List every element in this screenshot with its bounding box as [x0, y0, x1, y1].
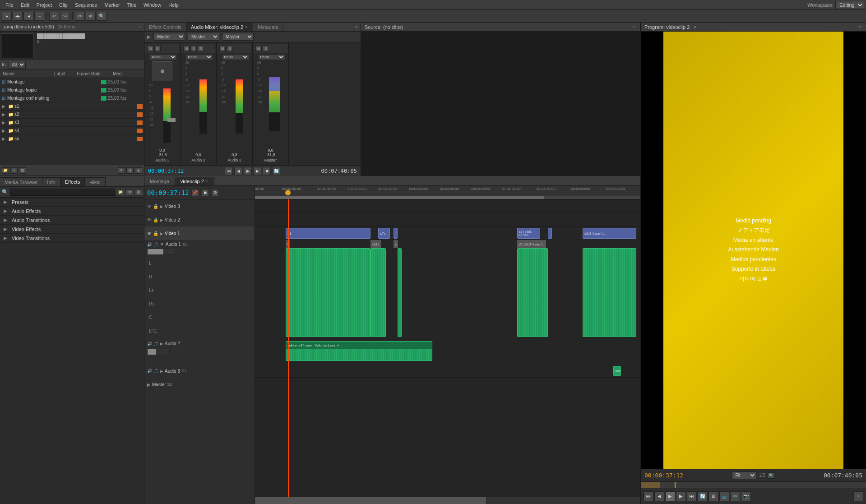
project-item-s4[interactable]: ▶ 📁 s4 — [0, 127, 144, 135]
tab-media-browser[interactable]: Media Browser — [0, 177, 42, 186]
project-delete[interactable]: 🗑 — [19, 167, 26, 174]
project-new-item[interactable]: + — [10, 167, 18, 174]
audio-icon-a3[interactable]: 🔊 — [147, 369, 152, 373]
mixer-select-2[interactable]: Master — [188, 33, 219, 41]
mute-btn-master[interactable]: M — [255, 46, 262, 52]
read-select-ch2[interactable]: Read — [186, 54, 213, 60]
toolbar-btn-7[interactable]: ✂ — [75, 12, 85, 21]
project-icon-view[interactable]: ⊞ — [126, 167, 134, 174]
prog-btn-step-back[interactable]: ◀ — [654, 491, 664, 501]
expand-btn-a3[interactable]: ▶ — [160, 369, 163, 374]
project-search-select[interactable]: All — [9, 61, 26, 69]
mute-btn-ch3[interactable]: M — [219, 46, 226, 52]
program-collapse-icon[interactable]: ▼ — [858, 24, 862, 29]
audio-track-icon-a1[interactable]: 🎵 — [153, 242, 158, 247]
expand-btn-v3[interactable]: ▶ — [160, 204, 163, 209]
prog-btn-safe-margins[interactable]: ⊞ — [709, 491, 718, 501]
effects-save-preset[interactable]: ★ — [126, 189, 133, 195]
video-clip-small1[interactable] — [394, 228, 398, 239]
btn-markers[interactable]: ⏺ — [202, 189, 209, 196]
read-btn-ch2[interactable]: R — [198, 46, 204, 52]
eye-icon-v1[interactable]: 👁 — [147, 231, 152, 236]
lock-icon-v3[interactable]: 🔒 — [153, 204, 158, 209]
audio-track-icon-a2[interactable]: 🎵 — [153, 342, 158, 346]
project-item-s3[interactable]: ▶ 📁 s3 — [0, 119, 144, 127]
scrub-playhead[interactable] — [675, 482, 676, 488]
project-item-s2[interactable]: ▶ 📁 s2 — [0, 111, 144, 119]
prog-btn-mark-in[interactable]: ⏮ — [644, 491, 653, 501]
prog-btn-export-frame[interactable]: 📷 — [741, 491, 751, 501]
menu-edit[interactable]: Edit — [17, 1, 33, 9]
tab-histc[interactable]: Histc — [85, 177, 105, 186]
read-select-ch1[interactable]: Read — [150, 54, 177, 60]
audio1-waveform-3[interactable] — [398, 248, 402, 337]
program-fit-select[interactable]: Fit 25% 50% 100% — [732, 472, 756, 479]
project-item-s1[interactable]: ▶ 📁 s1 — [0, 102, 144, 111]
lock-icon-v1[interactable]: 🔒 — [153, 231, 158, 236]
toolbar-btn-9[interactable]: 🔍 — [97, 12, 107, 21]
toolbar-btn-3[interactable]: ◂ — [23, 12, 33, 21]
tab-effects[interactable]: Effects — [60, 177, 85, 186]
audio-icon-a1[interactable]: 🔊 — [147, 242, 152, 247]
col-media[interactable]: Med — [113, 71, 131, 76]
audio3-clip-s6d[interactable]: s6d — [613, 366, 621, 376]
project-new-bin[interactable]: 📁 — [2, 167, 9, 174]
video-clip-s7c[interactable]: s7c — [378, 228, 390, 239]
timeline-timecode-display[interactable]: 00:00:37:12 — [147, 189, 189, 196]
video-clip-small2[interactable] — [548, 228, 552, 239]
eye-icon-v3[interactable]: 👁 — [147, 204, 152, 209]
audio1-waveform-2[interactable] — [370, 248, 386, 337]
toolbar-btn-2[interactable]: ◂▸ — [13, 12, 23, 21]
menu-help[interactable]: Help — [165, 1, 182, 9]
ruler-scrollbar-thumb[interactable] — [255, 196, 544, 199]
panel-menu-icon[interactable]: ▼ — [354, 24, 359, 29]
timeline-panel-menu-icon[interactable]: ≡ — [636, 180, 639, 185]
audio1-waveform-4[interactable] — [517, 248, 548, 337]
mixer-select-1[interactable]: Master — [153, 33, 185, 41]
program-tc-current[interactable]: 00:00:37:12 — [644, 472, 683, 479]
project-item-montage-omf[interactable]: ⊞ Montage omf making 25,00 fps — [0, 94, 144, 102]
eye-icon-v2[interactable]: 👁 — [147, 217, 152, 222]
expand-btn-v1[interactable]: ▶ — [160, 231, 163, 236]
solo-btn-master[interactable]: S — [263, 46, 269, 52]
workspace-select[interactable]: Editing — [835, 1, 864, 9]
solo-btn-ch2[interactable]: S — [190, 46, 197, 52]
timeline-scrollbar-thumb[interactable] — [255, 497, 486, 504]
tab-info[interactable]: Info — [42, 177, 60, 186]
toolbar-btn-8[interactable]: ✏ — [86, 12, 96, 21]
project-item-montage-kopie[interactable]: ⊞ Montage kopie 25,00 fps — [0, 86, 144, 94]
project-list-view[interactable]: ≡ — [118, 167, 125, 174]
effects-item-video-effects[interactable]: ▶ Video Effects — [0, 225, 144, 234]
audio-mixer-close-icon[interactable]: ✕ — [245, 25, 248, 29]
btn-back-start[interactable]: ⏮ — [225, 167, 233, 175]
audio-track-icon-a3[interactable]: 🎵 — [153, 369, 158, 373]
project-item-montage[interactable]: ⊞ Montage 25,00 fps — [0, 78, 144, 86]
toolbar-btn-5[interactable]: ↩ — [49, 12, 59, 21]
menu-clip[interactable]: Clip — [56, 1, 71, 9]
menu-project[interactable]: Project — [33, 1, 56, 9]
effects-new-folder[interactable]: 📁 — [117, 189, 124, 195]
lock-icon-v2[interactable]: 🔒 — [153, 217, 158, 222]
effects-item-presets[interactable]: ▶ Presets — [0, 198, 144, 207]
col-framerate[interactable]: Frame Rate — [77, 71, 113, 76]
zoom-in-btn[interactable]: 🔍 — [768, 472, 775, 479]
tab-effect-controls[interactable]: Effect Controls — [144, 23, 186, 31]
expand-btn-a2[interactable]: ▶ — [160, 341, 163, 346]
timeline-tab-close[interactable]: ✕ — [205, 179, 208, 184]
btn-play-stop[interactable]: ▶ — [244, 167, 252, 175]
toolbar-btn-1[interactable]: ▸ — [2, 12, 12, 21]
effects-item-video-transitions[interactable]: ▶ Video Transitions — [0, 234, 144, 243]
expand-btn-v2[interactable]: ▶ — [160, 217, 163, 222]
ruler-scrollbar[interactable] — [255, 196, 640, 199]
prog-btn-trim[interactable]: ✂ — [730, 491, 740, 501]
menu-window[interactable]: Window — [140, 1, 165, 9]
effects-delete[interactable]: 🗑 — [135, 189, 142, 195]
col-name[interactable]: Name — [0, 71, 54, 76]
mute-btn-ch2[interactable]: M — [183, 46, 190, 52]
audio2-clip-lekker[interactable]: lekker v14.wav Volume:Level ▾ — [286, 341, 432, 361]
btn-snap[interactable]: 📌 — [192, 189, 199, 196]
menu-sequence[interactable]: Sequence — [71, 1, 101, 9]
prog-btn-output[interactable]: 📺 — [719, 491, 729, 501]
read-select-master[interactable]: Read — [258, 54, 285, 60]
audio1-waveform-right[interactable] — [583, 248, 637, 337]
